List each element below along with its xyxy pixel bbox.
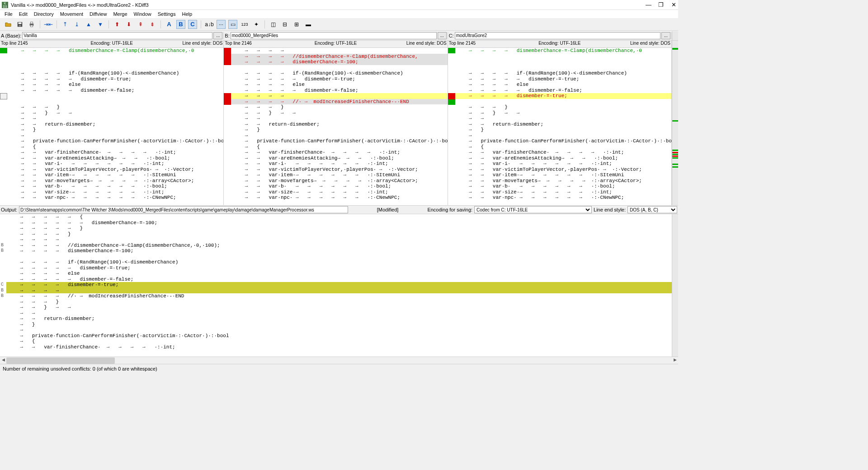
info-row: Top line 2145Encoding: UTF-16LELine end … bbox=[0, 41, 678, 48]
pane-a-code[interactable]: → → → → dismemberChance·=·Clamp(dismembe… bbox=[7, 48, 223, 205]
output-path-input[interactable] bbox=[19, 206, 348, 213]
pane-b-topline: Top line 2146 bbox=[225, 41, 292, 47]
statusbar: Number of remaining unsolved conflicts: … bbox=[0, 364, 678, 373]
pane-c-code[interactable]: → → → → dismemberChance·=·Clamp(dismembe… bbox=[455, 48, 671, 205]
prev-unsolved-icon[interactable]: ⇞ bbox=[136, 20, 145, 29]
menu-window[interactable]: Window bbox=[131, 11, 154, 17]
output-code[interactable]: → → → → → { → → → → → → dismemberChance·… bbox=[6, 214, 672, 357]
goto-current-icon[interactable]: ⇥⇤ bbox=[44, 20, 53, 29]
menu-help[interactable]: Help bbox=[179, 11, 195, 17]
select-c-button[interactable]: C bbox=[188, 20, 197, 29]
pane-b-gutter bbox=[224, 48, 231, 205]
menu-merge[interactable]: Merge bbox=[110, 11, 130, 17]
pane-c-lineend: Line end style: DOS bbox=[603, 41, 670, 47]
path-row: A (Base): ... B: ... C: ... bbox=[0, 31, 678, 41]
menubar: File Edit Directory Movement Diffview Me… bbox=[0, 10, 678, 18]
svg-rect-5 bbox=[30, 25, 33, 27]
output-label: Output: bbox=[1, 207, 17, 212]
select-b-button[interactable]: B bbox=[176, 20, 185, 29]
print-icon[interactable] bbox=[27, 20, 36, 29]
window-title: Vanilla <-> mod0000_MergedFiles <-> modU… bbox=[11, 2, 646, 8]
menu-diffview[interactable]: Diffview bbox=[87, 11, 109, 17]
diff-panes: → → → → dismemberChance·=·Clamp(dismembe… bbox=[0, 48, 678, 205]
hscrollbar[interactable]: ◀ ▶ bbox=[0, 357, 678, 364]
next-diff-icon[interactable]: ▼ bbox=[96, 20, 105, 29]
maximize-button[interactable]: ❐ bbox=[658, 1, 664, 8]
pane-a-encoding: Encoding: UTF-16LE bbox=[69, 41, 155, 47]
output-pane[interactable]: BBCBB → → → → → { → → → → → → dismemberC… bbox=[0, 214, 678, 357]
app-icon: KD3 bbox=[2, 2, 8, 8]
pane-b-label: B: bbox=[225, 33, 229, 38]
pane-b-browse-button[interactable]: ... bbox=[438, 32, 447, 39]
show-linenum-icon[interactable]: ▭ bbox=[228, 20, 237, 29]
pane-a-lineend: Line end style: DOS bbox=[155, 41, 222, 47]
scroll-right-icon[interactable]: ▶ bbox=[672, 357, 678, 364]
output-gutter: BBCBB bbox=[0, 214, 6, 357]
output-encsave-label: Encoding for saving: bbox=[427, 207, 472, 212]
menu-edit[interactable]: Edit bbox=[16, 11, 30, 17]
pane-c-browse-button[interactable]: ... bbox=[661, 32, 670, 39]
pane-a[interactable]: → → → → dismemberChance·=·Clamp(dismembe… bbox=[0, 48, 224, 205]
toolbar: ⇥⇤ ⤒ ⤓ ▲ ▼ ⬆ ⬇ ⇞ ⇟ A B C a↓b ··· ▭ 123 ✦… bbox=[0, 18, 678, 31]
output-encsave-select[interactable]: Codec from C: UTF-16LE bbox=[474, 206, 592, 213]
split-3-icon[interactable]: ⊞ bbox=[292, 20, 301, 29]
pane-b-encoding: Encoding: UTF-16LE bbox=[292, 41, 378, 47]
titlebar: KD3 Vanilla <-> mod0000_MergedFiles <-> … bbox=[0, 0, 678, 10]
pane-b-code[interactable]: → → → → → → → → //dismemberChance·=·Clam… bbox=[231, 48, 447, 205]
menu-file[interactable]: File bbox=[2, 11, 15, 17]
svg-rect-4 bbox=[30, 22, 33, 24]
pane-a-path-input[interactable] bbox=[22, 32, 212, 39]
split-v-icon[interactable]: ⊟ bbox=[280, 20, 289, 29]
select-a-button[interactable]: A bbox=[165, 20, 174, 29]
pane-c-gutter bbox=[448, 48, 455, 205]
status-text: Number of remaining unsolved conflicts: … bbox=[3, 366, 157, 371]
prev-conflict-icon[interactable]: ⬆ bbox=[113, 20, 122, 29]
svg-rect-1 bbox=[19, 22, 22, 24]
pane-a-label: A (Base): bbox=[1, 33, 21, 38]
save-icon[interactable] bbox=[15, 20, 24, 29]
scroll-left-icon[interactable]: ◀ bbox=[0, 357, 6, 364]
menu-movement[interactable]: Movement bbox=[57, 11, 86, 17]
menu-settings[interactable]: Settings bbox=[155, 11, 179, 17]
split-h-icon[interactable]: ◫ bbox=[269, 20, 278, 29]
show-numbers-icon[interactable]: 123 bbox=[240, 20, 249, 29]
show-whitespace-icon[interactable]: ··· bbox=[217, 20, 226, 29]
minimize-button[interactable]: — bbox=[646, 1, 651, 8]
output-lineend-label: Line end style: bbox=[594, 207, 626, 212]
unsplit-icon[interactable]: ▬ bbox=[304, 20, 313, 29]
first-diff-icon[interactable]: ⤒ bbox=[61, 20, 70, 29]
pane-c-label: C: bbox=[449, 33, 454, 38]
pane-c[interactable]: → → → → dismemberChance·=·Clamp(dismembe… bbox=[448, 48, 672, 205]
output-header: Output: [Modified] Encoding for saving: … bbox=[0, 205, 678, 214]
auto-advance-icon[interactable]: a↓b bbox=[205, 20, 214, 29]
output-lineend-select[interactable]: DOS (A, B, C) bbox=[627, 206, 677, 213]
open-icon[interactable] bbox=[4, 20, 13, 29]
overview-strip[interactable] bbox=[672, 48, 678, 205]
pane-a-gutter bbox=[0, 48, 7, 205]
next-conflict-icon[interactable]: ⬇ bbox=[124, 20, 133, 29]
prev-diff-icon[interactable]: ▲ bbox=[84, 20, 93, 29]
next-unsolved-icon[interactable]: ⇟ bbox=[148, 20, 157, 29]
pane-c-encoding: Encoding: UTF-16LE bbox=[517, 41, 603, 47]
pane-b-lineend: Line end style: DOS bbox=[379, 41, 447, 47]
pane-a-topline: Top line 2145 bbox=[1, 41, 69, 47]
pane-a-browse-button[interactable]: ... bbox=[213, 32, 222, 39]
output-overview[interactable] bbox=[672, 214, 678, 357]
pane-b[interactable]: → → → → → → → → //dismemberChance·=·Clam… bbox=[224, 48, 448, 205]
menu-directory[interactable]: Directory bbox=[31, 11, 57, 17]
close-button[interactable]: ✕ bbox=[671, 1, 676, 8]
pane-b-path-input[interactable] bbox=[231, 32, 437, 39]
pane-c-path-input[interactable] bbox=[455, 32, 660, 39]
last-diff-icon[interactable]: ⤓ bbox=[72, 20, 81, 29]
pane-c-topline: Top line 2145 bbox=[449, 41, 517, 47]
svg-rect-2 bbox=[19, 24, 21, 26]
output-modified: [Modified] bbox=[350, 207, 426, 212]
wordwrap-icon[interactable]: ✦ bbox=[252, 20, 261, 29]
